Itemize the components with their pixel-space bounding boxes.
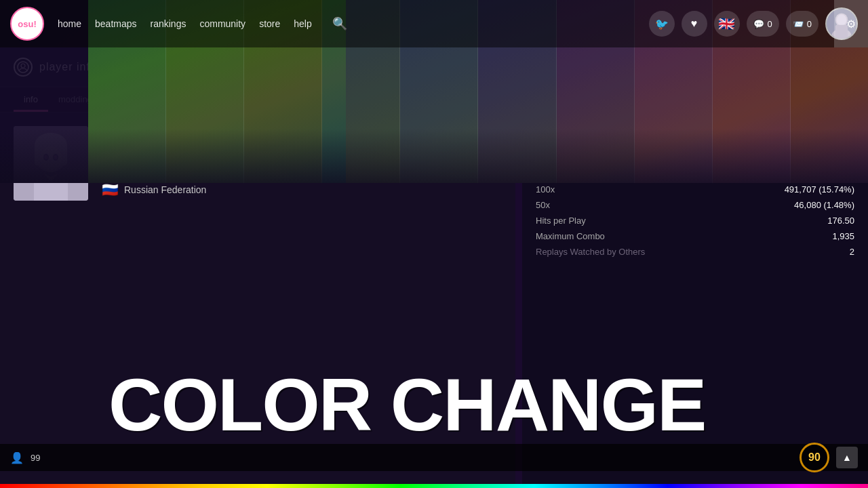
uk-flag-icon: 🇬🇧 [718,16,735,32]
settings-button[interactable]: ⚙ [834,0,868,47]
stat-replays-watched: Replays Watched by Others 2 [536,244,854,260]
hits-per-play-value: 176.50 [827,216,854,226]
stat-50x: 50x 46,080 (1.48%) [536,197,854,213]
replays-watched-value: 2 [850,247,854,257]
twitter-icon: 🐦 [655,18,669,30]
settings-icon: ⚙ [846,18,856,30]
country-name: Russian Federation [124,184,206,195]
bottom-right: 90 ▲ [800,443,858,472]
rainbow-bar [0,484,868,488]
nav-rankings[interactable]: rankings [151,18,186,29]
chat-count: 0 [768,19,772,29]
follower-count: 99 [31,453,40,463]
nav-beatmaps[interactable]: beatmaps [95,18,136,29]
navbar: osu! home beatmaps rankings community st… [0,0,868,47]
stat-hits-per-play: Hits per Play 176.50 [536,213,854,228]
hit100-label: 100x [536,184,555,195]
stat-100x: 100x 491,707 (15.74%) [536,182,854,197]
svg-rect-18 [34,180,68,201]
maximum-combo-value: 1,935 [832,231,854,241]
maximum-combo-label: Maximum Combo [536,231,605,241]
follower-icon: 👤 [10,451,24,464]
flag-button[interactable]: 🇬🇧 [714,11,740,37]
search-icon[interactable]: 🔍 [332,16,347,31]
hit50-value: 46,080 (1.48%) [794,200,854,210]
chat-button[interactable]: 💬 0 [747,11,779,37]
bottom-bar: 👤 99 90 ▲ [0,444,868,471]
hits-per-play-label: Hits per Play [536,216,586,226]
stat-maximum-combo: Maximum Combo 1,935 [536,228,854,244]
chevron-up-icon: ▲ [842,452,852,463]
chat-icon: 💬 [753,19,764,29]
hit50-label: 50x [536,200,550,210]
nav-help[interactable]: help [294,18,311,29]
twitter-button[interactable]: 🐦 [649,11,675,37]
mail-icon: 📨 [793,19,804,29]
scroll-up-button[interactable]: ▲ [836,447,858,468]
nav-community[interactable]: community [199,18,245,29]
level-badge: 90 [800,443,829,472]
nav-store[interactable]: store [259,18,280,29]
country-flag-icon: 🇷🇺 [102,182,119,198]
nav-right: 🐦 ♥ 🇬🇧 💬 0 📨 0 ⚙ [649,7,858,40]
heart-icon: ♥ [691,18,698,30]
heart-button[interactable]: ♥ [682,11,707,37]
country-info: 🇷🇺 Russian Federation [102,182,502,198]
nav-home[interactable]: home [58,18,81,29]
replays-watched-label: Replays Watched by Others [536,247,645,257]
osu-logo[interactable]: osu! [10,7,44,41]
nav-links: home beatmaps rankings community store h… [58,16,649,31]
mail-count: 0 [807,19,812,29]
hit100-value: 491,707 (15.74%) [785,184,854,195]
mail-button[interactable]: 📨 0 [786,11,818,37]
